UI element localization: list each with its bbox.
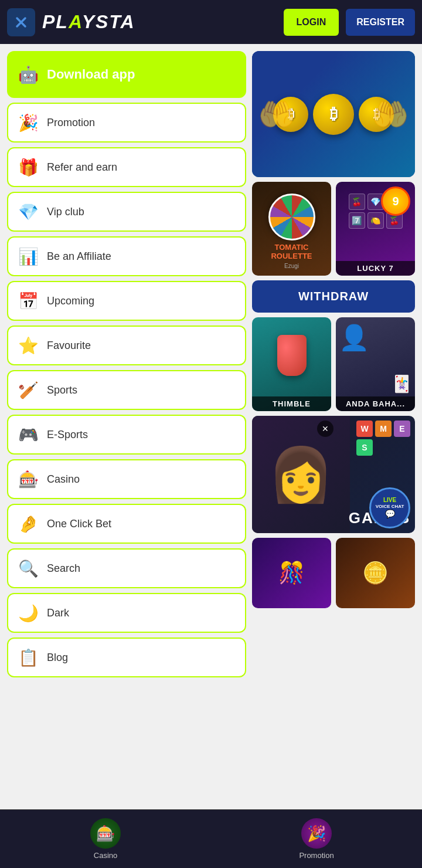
voice-chat-text: VOICE CHAT: [376, 504, 404, 510]
game-row-2: THIMBLE 👤 🃏 ANDA BAHA...: [252, 317, 415, 411]
sidebar-item-casino[interactable]: 🎰 Casino: [7, 459, 246, 499]
bottom-game-row: 🎊 🪙: [252, 538, 415, 608]
header: PLAYSTA LOGIN REGISTER: [0, 0, 422, 44]
casino-icon: 🎰: [18, 470, 39, 489]
sidebar-item-esports[interactable]: 🎮 E-Sports: [7, 415, 246, 455]
nav-promo-label: Promotion: [299, 851, 333, 860]
sidebar-label-blog: Blog: [47, 652, 68, 664]
games-close-button[interactable]: ✕: [317, 421, 333, 437]
sidebar-label-favourite: Favourite: [47, 340, 91, 352]
sidebar-item-blog[interactable]: 📋 Blog: [7, 638, 246, 677]
sidebar-label-casino: Casino: [47, 473, 80, 486]
thimble-label: THIMBLE: [252, 396, 331, 411]
anda-label: ANDA BAHA...: [336, 396, 415, 411]
sidebar-label-refer-earn: Refer and earn: [47, 161, 117, 174]
slot-sym-4: 🍋: [367, 212, 384, 229]
roulette-label: TOMATIC ROULETTE: [252, 240, 331, 263]
sidebar-label-promotion: Promotion: [47, 117, 95, 129]
withdraw-button[interactable]: WITHDRAW: [252, 280, 415, 313]
playing-cards-icon: 🃏: [392, 374, 412, 394]
games-banner: 👩 W M E S GAMES ✕ LIVE VOICE CHAT 💬: [252, 416, 415, 533]
hand-left-icon: 🤲: [258, 96, 296, 132]
sidebar-label-vip-club: Vip club: [47, 206, 84, 218]
tile-w: W: [356, 421, 373, 437]
nav-item-casino[interactable]: 🎰 Casino: [82, 818, 129, 860]
sidebar-item-sports[interactable]: 🏏 Sports: [7, 370, 246, 410]
game-card-anda[interactable]: 👤 🃏 ANDA BAHA...: [336, 317, 415, 411]
sidebar-item-promotion[interactable]: 🎉 Promotion: [7, 103, 246, 143]
close-button[interactable]: [7, 8, 35, 36]
calendar-icon: 📅: [18, 291, 39, 311]
promotion-icon: 🎉: [18, 113, 39, 133]
games-face: 👩: [252, 416, 350, 533]
mini-game-card-1[interactable]: 🎊: [252, 538, 331, 608]
lucky7-badge: 9: [381, 187, 410, 216]
mini-game-icon-1: 🎊: [278, 561, 305, 585]
lucky7-label: LUCKY 7: [336, 261, 415, 276]
search-icon: 🔍: [18, 559, 39, 578]
slot-sym-1: 🍒: [349, 194, 365, 210]
game-card-lucky7[interactable]: 9 🍒 7️⃣ 💎 🍋 7️⃣ 🍒 LUCKY 7: [336, 182, 415, 276]
oneclick-icon: 🤌: [18, 514, 39, 534]
moon-icon: 🌙: [18, 603, 39, 623]
gift-icon: 🎁: [18, 158, 39, 177]
sidebar-label-sports: Sports: [47, 384, 77, 396]
sidebar-item-vip-club[interactable]: 💎 Vip club: [7, 192, 246, 232]
register-button[interactable]: REGISTER: [346, 9, 415, 36]
sidebar-item-one-click-bet[interactable]: 🤌 One Click Bet: [7, 504, 246, 544]
esports-icon: 🎮: [18, 425, 39, 445]
sports-icon: 🏏: [18, 381, 39, 400]
game-card-roulette[interactable]: TOMATIC ROULETTE Ezugi: [252, 182, 331, 276]
dealer-person-icon: 👤: [339, 323, 369, 352]
blog-icon: 📋: [18, 648, 39, 667]
sidebar-item-search[interactable]: 🔍 Search: [7, 548, 246, 588]
live-text: LIVE: [383, 497, 396, 504]
logo: PLAYSTA: [42, 11, 277, 33]
nav-promo-icon: 🎉: [301, 818, 332, 849]
sidebar: 🤖 Download app 🎉 Promotion 🎁 Refer and e…: [7, 51, 246, 677]
mini-game-card-2[interactable]: 🪙: [336, 538, 415, 608]
slot-sym-2: 7️⃣: [349, 212, 365, 229]
sidebar-label-esports: E-Sports: [47, 429, 88, 441]
login-button[interactable]: LOGIN: [284, 9, 339, 36]
roulette-sub: Ezugi: [252, 263, 331, 272]
main-layout: 🤖 Download app 🎉 Promotion 🎁 Refer and e…: [0, 44, 422, 684]
sidebar-label-download-app: Download app: [47, 67, 135, 82]
game-row-1: TOMATIC ROULETTE Ezugi 9 🍒 7️⃣ 💎 🍋 7: [252, 182, 415, 276]
sidebar-item-upcoming[interactable]: 📅 Upcoming: [7, 281, 246, 321]
nav-casino-label: Casino: [94, 851, 117, 860]
hand-right-icon: 🤲: [371, 96, 409, 132]
nav-item-promotion[interactable]: 🎉 Promotion: [293, 818, 340, 860]
chat-icon: 💬: [385, 509, 395, 519]
sidebar-label-dark: Dark: [47, 607, 69, 619]
sidebar-item-download-app[interactable]: 🤖 Download app: [7, 51, 246, 98]
roulette-wheel: [268, 194, 315, 240]
mini-game-icon-2: 🪙: [362, 561, 389, 585]
sidebar-label-one-click-bet: One Click Bet: [47, 518, 111, 530]
star-icon: ⭐: [18, 336, 39, 355]
right-content: 🤲 ₿ ₿ ₿ 🤲 TOMATIC ROULETTE Ezugi 9: [252, 51, 415, 677]
tile-m: M: [375, 421, 392, 437]
sidebar-item-refer-earn[interactable]: 🎁 Refer and earn: [7, 147, 246, 187]
nav-casino-icon: 🎰: [90, 818, 121, 849]
red-cup: [277, 335, 307, 376]
sidebar-item-affiliate[interactable]: 📊 Be an Affiliate: [7, 236, 246, 276]
tile-s: S: [356, 439, 373, 456]
bitcoin-banner: 🤲 ₿ ₿ ₿ 🤲: [252, 51, 415, 177]
live-voice-chat-button[interactable]: LIVE VOICE CHAT 💬: [369, 487, 410, 528]
bottom-nav: 🎰 Casino 🎉 Promotion: [0, 809, 422, 868]
sidebar-label-affiliate: Be an Affiliate: [47, 250, 111, 263]
sidebar-label-search: Search: [47, 562, 80, 575]
banner-inner: 🤲 ₿ ₿ ₿ 🤲: [252, 51, 415, 177]
bitcoin-coin-2: ₿: [313, 94, 354, 135]
sidebar-label-upcoming: Upcoming: [47, 295, 94, 307]
sidebar-item-dark[interactable]: 🌙 Dark: [7, 593, 246, 633]
sidebar-item-favourite[interactable]: ⭐ Favourite: [7, 326, 246, 365]
thimble-cups: [252, 317, 331, 382]
tile-e: E: [394, 421, 410, 437]
game-card-thimble[interactable]: THIMBLE: [252, 317, 331, 411]
games-tiles: W M E S: [356, 421, 410, 456]
affiliate-icon: 📊: [18, 247, 39, 266]
diamond-icon: 💎: [18, 202, 39, 222]
woman-face-icon: 👩: [268, 444, 333, 506]
